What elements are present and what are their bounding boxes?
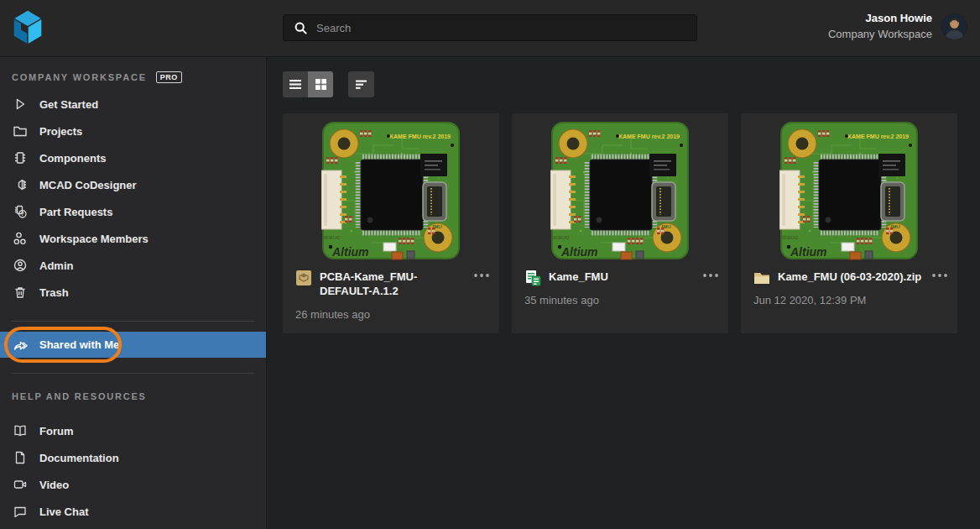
sidebar-item-label: MCAD CoDesigner [39,179,137,191]
user-name: Jason Howie [828,10,932,26]
card-title[interactable]: PCBA-Kame_FMU-DEFAULT-A.1.2 [320,270,464,298]
search-icon [295,22,307,34]
share-arrow-icon [12,338,29,353]
grid-view-button[interactable] [308,71,333,97]
trash-icon [12,285,29,300]
card-zip-archive[interactable]: Kame_FMU (06-03-2020).zip Jun 12 2020, 1… [741,113,957,333]
sidebar-item-label: Documentation [39,452,119,464]
sidebar-item-label: Components [39,152,106,165]
help-section-label: HELP AND RESOURCES [12,391,147,401]
user-avatar[interactable] [941,13,967,39]
sidebar-item-forum[interactable]: Forum [0,417,266,444]
document-icon [12,450,29,465]
search-input[interactable] [316,22,685,34]
sidebar-item-workspace-members[interactable]: Workspace Members [0,225,266,252]
main-content: PCBA-Kame_FMU-DEFAULT-A.1.2 26 minutes a… [268,57,980,529]
svg-text:?: ? [21,211,24,217]
folder-icon [12,123,29,139]
chip-icon [12,150,29,165]
pcba-release-icon [295,270,312,286]
project-icon [524,270,541,286]
sidebar-item-get-started[interactable]: Get Started [0,91,266,118]
pcb-thumbnail [321,120,461,261]
sidebar-item-label: Forum [39,425,73,437]
zip-archive-icon [753,270,770,286]
card-menu-icon[interactable] [932,274,947,277]
altium-logo[interactable] [11,8,44,47]
sort-descending-icon [355,77,368,92]
sidebar-item-shared-with-me[interactable]: Shared with Me [0,332,266,358]
workspace-section-header: COMPANY WORKSPACE PRO [0,57,266,91]
card-timestamp: 26 minutes ago [295,308,370,321]
card-title[interactable]: Kame_FMU [549,270,693,284]
card-timestamp: 35 minutes ago [524,294,599,306]
sidebar: COMPANY WORKSPACE PRO Get Started Projec… [0,57,267,529]
mcad-icon [12,177,29,192]
altium-logo-icon [11,8,44,47]
sidebar-item-label: Get Started [39,98,98,111]
view-toolbar [283,71,374,97]
pro-badge: PRO [156,71,182,83]
card-menu-icon[interactable] [474,274,489,277]
pcb-thumbnail [779,120,919,261]
card-menu-icon[interactable] [703,274,718,277]
sidebar-item-label: Trash [39,286,69,299]
avatar-image [941,13,967,39]
help-section-header: HELP AND RESOURCES [0,374,266,409]
sidebar-item-label: Live Chat [39,505,89,518]
sort-button[interactable] [348,71,374,97]
play-icon [12,97,29,112]
chat-bubble-icon [12,504,29,519]
sidebar-item-label: Admin [39,259,73,272]
sidebar-divider [12,321,254,322]
list-icon [289,77,302,92]
search-bar[interactable] [283,14,697,41]
user-workspace: Company Workspace [828,26,932,42]
workspace-section-label: COMPANY WORKSPACE [12,72,147,82]
part-request-icon: ? [12,204,29,219]
sidebar-item-components[interactable]: Components [0,144,266,171]
card-project[interactable]: Kame_FMU 35 minutes ago [512,113,728,333]
card-grid: PCBA-Kame_FMU-DEFAULT-A.1.2 26 minutes a… [283,113,957,333]
sidebar-item-trash[interactable]: Trash [0,279,266,306]
members-icon [12,231,29,246]
sidebar-item-mcad-codesigner[interactable]: MCAD CoDesigner [0,171,266,198]
sidebar-item-video[interactable]: Video [0,471,266,498]
book-icon [12,423,29,438]
card-title[interactable]: Kame_FMU (06-03-2020).zip [778,270,922,284]
sidebar-item-projects[interactable]: Projects [0,118,266,144]
sidebar-item-part-requests[interactable]: ? Part Requests [0,198,266,225]
sidebar-item-label: Part Requests [39,206,112,218]
grid-icon [315,78,327,91]
sidebar-item-documentation[interactable]: Documentation [0,444,266,471]
sidebar-item-label: Shared with Me [39,338,119,351]
admin-icon [12,258,29,273]
sidebar-item-label: Workspace Members [39,233,149,245]
list-view-button[interactable] [283,71,308,97]
user-menu[interactable]: Jason Howie Company Workspace [828,10,967,42]
sidebar-item-label: Video [39,479,69,491]
sidebar-item-live-chat[interactable]: Live Chat [0,498,266,525]
video-camera-icon [12,477,29,492]
sidebar-item-label: Projects [39,125,82,138]
card-pcba-release[interactable]: PCBA-Kame_FMU-DEFAULT-A.1.2 26 minutes a… [283,113,499,333]
top-bar: Jason Howie Company Workspace [0,0,980,57]
pcb-thumbnail [550,120,690,261]
card-timestamp: Jun 12 2020, 12:39 PM [753,294,866,306]
sidebar-item-admin[interactable]: Admin [0,252,266,279]
